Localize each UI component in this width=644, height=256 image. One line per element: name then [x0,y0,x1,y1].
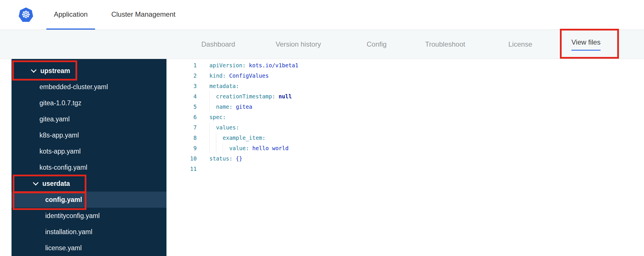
tab-application[interactable]: Application [46,0,95,30]
tree-item-label: gitea.yaml [39,115,70,123]
code-token-txt [275,93,279,100]
indent-guide [209,122,216,133]
code-line: 6spec: [175,112,644,122]
subnav-item-troubleshoot-label: Troubleshoot [425,40,465,48]
subnav-item-dashboard[interactable]: Dashboard [201,30,235,59]
indent-guide [209,91,216,102]
code-token-val: hello world [252,145,289,151]
line-number: 5 [175,102,197,112]
tree-item-label: embedded-cluster.yaml [39,83,108,91]
code-token-val: gitea [236,104,252,110]
tree-item-label: license.yaml [45,244,82,252]
line-number: 8 [175,133,197,143]
code-token-key: creationTimestamp: [216,93,275,100]
kubernetes-logo-icon[interactable]: ☸ [18,7,33,22]
code-token-txt [249,145,252,151]
tab-cluster-management[interactable]: Cluster Management [104,0,183,30]
tree-item-kots-app-yaml[interactable]: kots-app.yaml [12,143,166,159]
code-token-key: name: [216,104,232,110]
tab-cluster-management-label: Cluster Management [111,10,175,18]
tree-item-installation-yaml[interactable]: installation.yaml [12,224,166,240]
code-line: 1apiVersion: kots.io/v1beta1 [175,60,644,70]
line-number: 3 [175,81,197,91]
code-token-key: values: [216,124,239,131]
indent-guide [209,143,216,153]
subnav-item-view-files[interactable]: View files [571,30,601,59]
line-number: 6 [175,112,197,122]
tree-item-embedded-cluster-yaml[interactable]: embedded-cluster.yaml [12,79,166,95]
tree-item-gitea-yaml[interactable]: gitea.yaml [12,111,166,127]
code-line: 4creationTimestamp: null [175,91,644,102]
tree-item-label: identityconfig.yaml [45,212,100,220]
tab-application-label: Application [54,10,88,18]
tree-item-config-yaml[interactable]: config.yaml [12,192,166,208]
tree-item-kots-config-yaml[interactable]: kots-config.yaml [12,159,166,175]
subnav-item-version-history[interactable]: Version history [276,30,321,59]
code-token-val: kots.io/v1beta1 [249,62,298,68]
code-line: 2kind: ConfigValues [175,70,644,81]
subnav-item-config-label: Config [367,40,387,48]
code-token-txt [226,72,229,79]
tree-item-label: userdata [42,180,70,188]
kots-admin-console: ☸ Application Cluster Management Dashboa… [0,0,644,256]
subnav-item-version-history-label: Version history [276,40,321,48]
tree-item-identityconfig-yaml[interactable]: identityconfig.yaml [12,208,166,224]
code-line-content: status: {} [209,153,242,164]
subnav-item-dashboard-label: Dashboard [201,40,235,48]
indent-guide [209,133,216,143]
line-number: 4 [175,91,197,102]
code-editor-lines: 1apiVersion: kots.io/v1beta12kind: Confi… [175,60,644,174]
code-line: 5name: gitea [175,102,644,112]
tree-item-license-yaml[interactable]: license.yaml [12,240,166,256]
code-token-key: kind: [209,72,226,79]
app-subnav: Dashboard Version history Config Trouble… [0,30,644,59]
file-tree: upstreamembedded-cluster.yamlgitea-1.0.7… [12,59,166,256]
code-token-key: metadata: [209,83,239,89]
code-token-txt [232,155,236,162]
code-line-content: name: gitea [209,102,252,112]
code-line: 10status: {} [175,153,644,164]
helm-wheel-icon: ☸ [21,9,31,20]
code-line-content: apiVersion: kots.io/v1beta1 [209,60,298,70]
tree-item-label: upstream [40,67,70,75]
line-number: 1 [175,60,197,70]
line-number: 7 [175,122,197,133]
line-number: 2 [175,70,197,81]
code-token-txt [232,104,236,110]
subnav-item-license-label: License [508,40,532,48]
code-line-content: spec: [209,112,226,122]
code-line: 3metadata: [175,81,644,91]
code-editor[interactable]: 1apiVersion: kots.io/v1beta12kind: Confi… [175,59,644,256]
code-token-key: apiVersion: [209,62,246,68]
indent-guide [223,143,229,153]
subnav-item-config[interactable]: Config [367,30,387,59]
line-number: 11 [175,164,197,174]
indent-guide [216,133,223,143]
subnav-item-troubleshoot[interactable]: Troubleshoot [425,30,465,59]
tree-item-label: k8s-app.yaml [39,131,79,139]
code-line: 9value: hello world [175,143,644,153]
indent-guide [216,143,223,153]
tree-item-label: installation.yaml [45,228,92,236]
code-line-content: creationTimestamp: null [209,91,292,102]
indent-guide [209,102,216,112]
subnav-item-view-files-label: View files [571,38,601,51]
code-line-content: value: hello world [209,143,289,153]
code-token-val: ConfigValues [229,72,269,79]
code-line: 11 [175,164,644,174]
top-tabs: Application Cluster Management [46,0,183,30]
tree-item-k8s-app-yaml[interactable]: k8s-app.yaml [12,127,166,143]
tree-item-userdata[interactable]: userdata [12,175,166,192]
code-line: 7values: [175,122,644,133]
code-token-kw: null [279,93,292,100]
tree-item-label: kots-app.yaml [39,148,81,155]
code-token-key: spec: [209,114,226,120]
chevron-down-icon [33,180,39,186]
code-line-content: kind: ConfigValues [209,70,269,81]
line-number: 10 [175,153,197,164]
top-bar: ☸ Application Cluster Management [0,0,644,30]
tree-item-gitea-1-0-7-tgz[interactable]: gitea-1.0.7.tgz [12,95,166,111]
code-line: 8example_item: [175,133,644,143]
tree-item-upstream[interactable]: upstream [12,63,166,79]
subnav-item-license[interactable]: License [508,30,532,59]
